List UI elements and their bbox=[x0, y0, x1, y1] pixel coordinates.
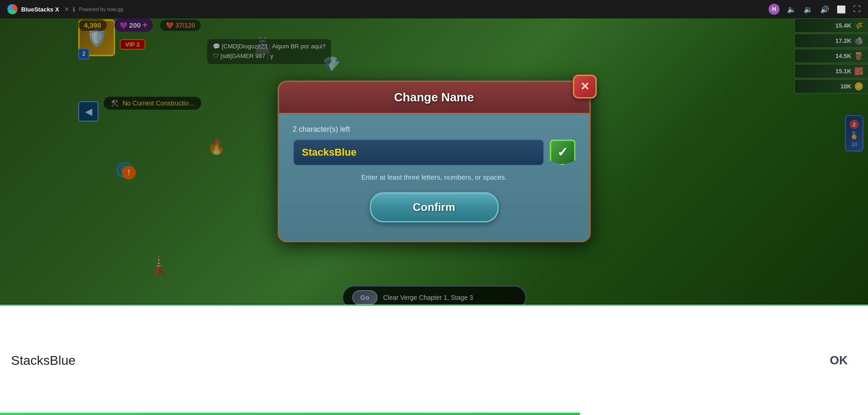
close-icon[interactable]: ✕ bbox=[64, 6, 69, 12]
volume-icon[interactable]: 🔉 bbox=[804, 5, 813, 14]
modal-body: 2 character(s) left ✓ Enter at least thr… bbox=[279, 114, 589, 227]
user-avatar[interactable]: H bbox=[769, 4, 780, 15]
bs-right: H 🔈 🔉 🔊 ⬜ ⛶ bbox=[769, 4, 861, 15]
modal-overlay: ✕ Change Name 2 character(s) left ✓ Ente… bbox=[0, 18, 868, 304]
bottom-bar: StacksBlue OK bbox=[0, 304, 868, 415]
change-name-dialog: ✕ Change Name 2 character(s) left ✓ Ente… bbox=[278, 81, 591, 242]
checkmark-icon: ✓ bbox=[557, 145, 568, 160]
input-progress-bar bbox=[0, 413, 580, 415]
modal-header: Change Name bbox=[279, 82, 589, 114]
check-button[interactable]: ✓ bbox=[550, 140, 576, 165]
name-input-row: ✓ bbox=[293, 139, 576, 166]
bluestacks-bar: BlueStacks X ✕ ℹ Powered by now.gg H 🔈 🔉… bbox=[0, 0, 868, 18]
volume-up-icon[interactable]: 🔊 bbox=[820, 5, 829, 14]
name-input-field[interactable] bbox=[293, 139, 544, 166]
bluestacks-title: BlueStacks X bbox=[21, 6, 59, 13]
bottom-ok-button[interactable]: OK bbox=[821, 350, 857, 371]
info-icon[interactable]: ℹ bbox=[73, 6, 75, 13]
chars-left-label: 2 character(s) left bbox=[293, 125, 576, 134]
close-x-icon: ✕ bbox=[580, 80, 589, 93]
volume-down-icon[interactable]: 🔈 bbox=[787, 5, 796, 14]
bs-left: BlueStacks X ✕ ℹ Powered by now.gg bbox=[7, 4, 123, 14]
fullscreen-icon[interactable]: ⛶ bbox=[853, 5, 861, 13]
powered-by-label: Powered by now.gg bbox=[79, 6, 123, 12]
modal-close-button[interactable]: ✕ bbox=[573, 75, 597, 99]
screen-icon[interactable]: ⬜ bbox=[837, 5, 846, 14]
hint-text: Enter at least three letters, numbers, o… bbox=[293, 173, 576, 181]
confirm-button[interactable]: Confirm bbox=[370, 192, 499, 222]
modal-title: Change Name bbox=[394, 90, 474, 104]
bottom-input-value[interactable]: StacksBlue bbox=[11, 353, 821, 368]
bluestacks-logo bbox=[7, 4, 17, 14]
